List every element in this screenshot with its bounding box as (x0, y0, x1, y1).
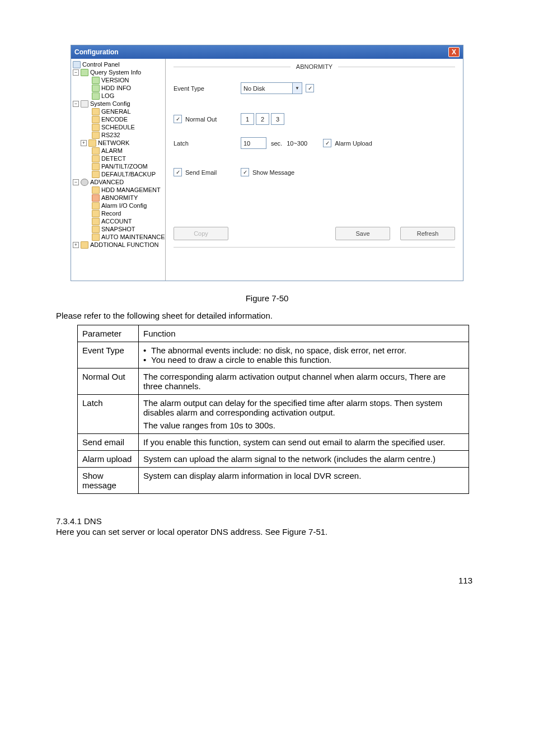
tree-version[interactable]: VERSION (73, 76, 165, 84)
collapse-icon[interactable]: − (73, 69, 79, 76)
latch-input[interactable]: 10 (241, 137, 266, 149)
folder-icon (92, 155, 100, 162)
tree-label: Alarm I/O Config (101, 202, 147, 209)
expand-icon[interactable]: + (73, 242, 79, 248)
page-number: 113 (56, 576, 478, 585)
func-cell: System can display alarm information in … (139, 468, 469, 494)
tree-network[interactable]: +NETWORK (73, 139, 165, 147)
normal-out-checkbox[interactable] (174, 115, 182, 123)
header-parameter: Parameter (78, 325, 139, 342)
parameter-table: Parameter Function Event Type •The abnor… (77, 325, 469, 494)
send-email-checkbox[interactable] (174, 168, 182, 176)
show-message-label: Show Message (252, 169, 294, 176)
tree-label: LOG (101, 92, 114, 100)
folder-icon (92, 77, 100, 84)
tree-label: System Config (90, 100, 130, 108)
alarm-upload-checkbox[interactable] (323, 139, 331, 147)
tree-query-info[interactable]: −Query System Info (73, 68, 165, 76)
bullet-icon: • (143, 346, 151, 355)
monitor-icon (73, 61, 81, 68)
tree-ptz[interactable]: PAN/TILT/ZOOM (73, 162, 165, 170)
tree-label: NETWORK (98, 139, 129, 147)
tree-label: Query System Info (90, 68, 141, 76)
channel-1-button[interactable]: 1 (241, 113, 254, 125)
table-row: Alarm upload System can upload the alarm… (78, 451, 469, 468)
tree-label: Control Panel (82, 60, 120, 68)
channel-2-button[interactable]: 2 (256, 113, 269, 125)
tree-label: VERSION (101, 76, 129, 84)
tree-account[interactable]: ACCOUNT (73, 217, 165, 225)
tree-label: HDD INFO (101, 84, 131, 92)
folder-icon (92, 132, 100, 139)
folder-icon (92, 92, 100, 100)
tree-label: ABNORMITY (101, 194, 138, 202)
event-type-value: No Disk (243, 85, 265, 92)
tree-schedule[interactable]: SCHEDULE (73, 123, 165, 131)
tree-default-backup[interactable]: DEFAULT/BACKUP (73, 170, 165, 178)
folder-icon (92, 218, 100, 225)
latch-range: 10~300 (287, 140, 307, 147)
tree-rs232[interactable]: RS232 (73, 131, 165, 139)
table-row: Normal Out The corresponding alarm activ… (78, 368, 469, 395)
header-function: Function (139, 325, 469, 342)
dialog-title: Configuration (74, 48, 119, 56)
folder-icon (92, 202, 100, 209)
event-type-select[interactable]: No Disk ▼ (241, 82, 302, 94)
folder-icon (92, 234, 100, 241)
tree-detect[interactable]: DETECT (73, 155, 165, 162)
folder-icon (92, 210, 100, 217)
event-type-label: Event Type (174, 85, 241, 92)
func-cell: •The abnormal events include: no disk, n… (139, 342, 469, 368)
event-type-enable-checkbox[interactable] (306, 84, 314, 92)
show-message-checkbox[interactable] (241, 168, 249, 176)
tree-label: DEFAULT/BACKUP (101, 170, 156, 178)
func-cell: If you enable this function, system can … (139, 434, 469, 451)
tree-encode[interactable]: ENCODE (73, 115, 165, 123)
nav-tree[interactable]: Control Panel −Query System Info VERSION… (71, 59, 166, 281)
save-button[interactable]: Save (335, 227, 390, 240)
tree-alarm[interactable]: ALARM (73, 147, 165, 155)
tree-system-config[interactable]: −System Config (73, 100, 165, 108)
param-cell: Show message (78, 468, 139, 494)
collapse-icon[interactable]: − (73, 101, 79, 107)
tree-record[interactable]: Record (73, 209, 165, 217)
send-email-label: Send Email (185, 169, 217, 176)
panel-heading: ABNORMITY (291, 63, 338, 70)
tree-advanced[interactable]: −ADVANCED (73, 178, 165, 186)
bullet-icon: • (143, 355, 151, 365)
folder-icon (92, 171, 100, 178)
folder-icon (88, 139, 96, 147)
folder-icon (92, 116, 100, 123)
tree-label: GENERAL (101, 108, 131, 115)
refresh-button[interactable]: Refresh (400, 227, 455, 240)
tree-snapshot[interactable]: SNAPSHOT (73, 225, 165, 233)
abnormity-panel: ABNORMITY Event Type No Disk ▼ (166, 59, 463, 281)
tree-log[interactable]: LOG (73, 92, 165, 100)
folder-icon (92, 85, 100, 92)
tree-hdd-info[interactable]: HDD INFO (73, 84, 165, 92)
copy-button[interactable]: Copy (174, 227, 228, 240)
tree-root[interactable]: Control Panel (73, 60, 165, 68)
tree-label: PAN/TILT/ZOOM (101, 162, 148, 170)
folder-icon (92, 163, 100, 170)
tree-label: ADDTIONAL FUNCTION (90, 241, 158, 249)
func-cell: System can upload the alarm signal to th… (139, 451, 469, 468)
param-cell: Alarm upload (78, 451, 139, 468)
tree-alarm-io[interactable]: Alarm I/O Config (73, 202, 165, 209)
param-cell: Latch (78, 395, 139, 434)
tree-auto-maintenance[interactable]: AUTO MAINTENANCE (73, 233, 165, 241)
expand-icon[interactable]: + (81, 140, 87, 146)
channel-3-button[interactable]: 3 (271, 113, 284, 125)
func-cell: The corresponding alarm activation outpu… (139, 368, 469, 395)
folder-icon (81, 241, 88, 249)
collapse-icon[interactable]: − (73, 179, 79, 185)
tree-general[interactable]: GENERAL (73, 108, 165, 115)
close-icon[interactable]: X (448, 47, 460, 57)
folder-icon (92, 147, 100, 155)
tree-additional-function[interactable]: +ADDTIONAL FUNCTION (73, 241, 165, 249)
tree-abnormity[interactable]: ABNORMITY (73, 194, 165, 202)
latch-unit: sec. (271, 140, 282, 147)
tree-hdd-mgmt[interactable]: HDD MANAGEMENT (73, 186, 165, 194)
tree-label: ALARM (101, 147, 123, 155)
figure-caption: Figure 7-50 (56, 293, 478, 303)
